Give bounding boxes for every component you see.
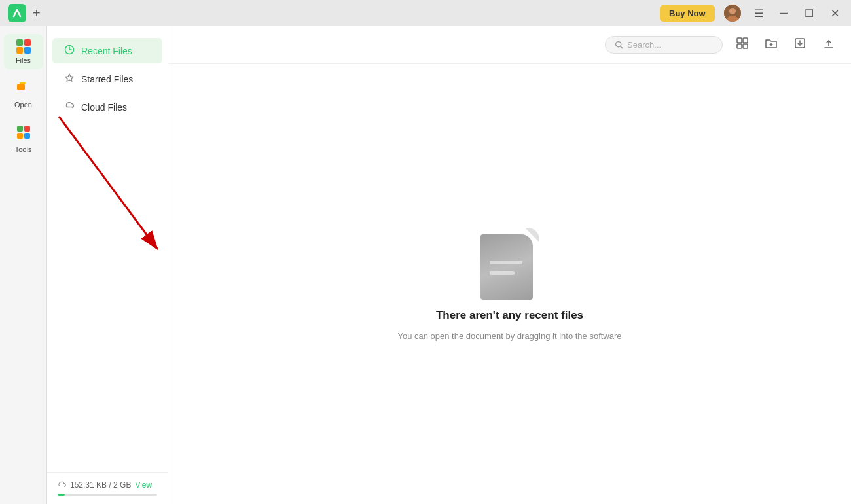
cloud-icon bbox=[64, 101, 75, 113]
search-placeholder: Search... bbox=[627, 40, 661, 50]
titlebar-left: + bbox=[8, 4, 41, 22]
nav-sidebar: Recent Files Starred Files Cloud Files bbox=[47, 26, 168, 504]
storage-view-button[interactable]: View bbox=[135, 480, 152, 490]
sidebar-label-open: Open bbox=[14, 101, 32, 109]
storage-bar-fill bbox=[58, 494, 65, 496]
svg-point-1 bbox=[729, 8, 736, 14]
new-folder-button[interactable] bbox=[762, 34, 780, 56]
svg-rect-16 bbox=[743, 44, 748, 48]
svg-rect-5 bbox=[17, 126, 23, 132]
search-box[interactable]: Search... bbox=[605, 36, 723, 54]
search-icon bbox=[615, 41, 623, 49]
nav-label-cloud: Cloud Files bbox=[81, 102, 127, 113]
recent-icon bbox=[64, 45, 75, 57]
empty-title: There aren't any recent files bbox=[436, 309, 583, 322]
cloud-storage-icon bbox=[58, 481, 66, 490]
svg-rect-15 bbox=[737, 44, 742, 48]
svg-marker-10 bbox=[65, 74, 73, 81]
svg-rect-14 bbox=[743, 38, 748, 43]
svg-rect-6 bbox=[24, 126, 30, 132]
nav-item-cloud[interactable]: Cloud Files bbox=[52, 94, 162, 120]
sidebar-item-open[interactable]: Open bbox=[4, 75, 43, 114]
sidebar-label-tools: Tools bbox=[15, 145, 32, 153]
sidebar-label-files: Files bbox=[16, 56, 31, 64]
titlebar-right: Buy Now ☰ ─ ☐ ✕ bbox=[660, 5, 843, 22]
empty-subtitle: You can open the document by dragging it… bbox=[397, 331, 621, 341]
storage-section: 152.31 KB / 2 GB View bbox=[47, 472, 168, 504]
svg-line-12 bbox=[621, 46, 623, 48]
nav-item-recent[interactable]: Recent Files bbox=[52, 38, 162, 63]
upload-button[interactable] bbox=[820, 34, 838, 56]
menu-button[interactable]: ☰ bbox=[750, 6, 767, 21]
tools-icon bbox=[16, 124, 31, 143]
svg-rect-7 bbox=[17, 133, 23, 139]
empty-state: There aren't any recent files You can op… bbox=[168, 64, 851, 504]
app-logo bbox=[8, 4, 26, 22]
svg-rect-3 bbox=[17, 84, 25, 90]
svg-rect-13 bbox=[737, 38, 742, 43]
add-tab-button[interactable]: + bbox=[33, 6, 41, 21]
nav-label-recent: Recent Files bbox=[81, 46, 132, 56]
svg-rect-4 bbox=[20, 82, 26, 84]
grid-view-button[interactable] bbox=[733, 34, 751, 56]
open-icon bbox=[16, 80, 31, 98]
maximize-button[interactable]: ☐ bbox=[801, 6, 818, 21]
main-toolbar: Search... bbox=[168, 26, 851, 64]
nav-item-starred[interactable]: Starred Files bbox=[52, 66, 162, 92]
avatar[interactable] bbox=[724, 5, 741, 22]
files-icon bbox=[16, 39, 31, 54]
icon-sidebar: Files Open Tools bbox=[0, 26, 47, 504]
svg-rect-8 bbox=[24, 133, 30, 139]
sidebar-item-tools[interactable]: Tools bbox=[4, 119, 43, 158]
main-content: Search... bbox=[168, 26, 851, 504]
close-button[interactable]: ✕ bbox=[827, 6, 843, 21]
buy-now-button[interactable]: Buy Now bbox=[660, 5, 715, 22]
storage-bar bbox=[58, 494, 157, 496]
sidebar-item-files[interactable]: Files bbox=[4, 34, 43, 69]
empty-doc-illustration bbox=[480, 228, 539, 300]
nav-label-starred: Starred Files bbox=[81, 74, 133, 84]
minimize-button[interactable]: ─ bbox=[776, 6, 791, 20]
storage-text: 152.31 KB / 2 GB bbox=[70, 480, 131, 490]
starred-icon bbox=[64, 73, 75, 85]
import-button[interactable] bbox=[791, 34, 809, 56]
